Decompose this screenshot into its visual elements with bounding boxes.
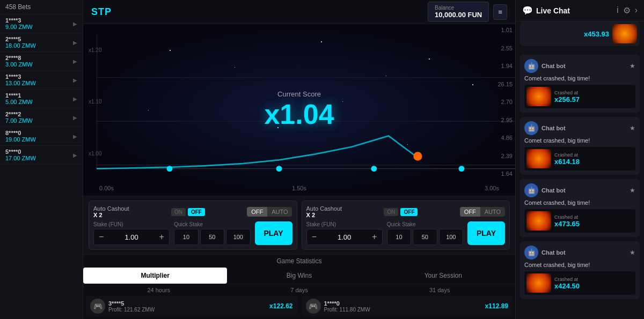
chat-actions[interactable]: i ⚙ › bbox=[617, 5, 638, 16]
bet-item: 1****3 13.00 ZMW ▶ bbox=[0, 71, 83, 90]
stake-input-1[interactable]: − 1.00 + bbox=[93, 229, 170, 245]
stake-minus-2[interactable]: − bbox=[307, 229, 322, 244]
star-icon[interactable]: ★ bbox=[630, 249, 635, 256]
bet-amount: 7.00 ZMW bbox=[5, 117, 73, 124]
bet-arrow-icon: ▶ bbox=[73, 115, 77, 121]
current-score-display: Current Score x1.04 bbox=[264, 90, 334, 130]
tab-big-wins[interactable]: Big Wins bbox=[227, 268, 371, 284]
toggle-on-1[interactable]: ON bbox=[171, 208, 186, 216]
stake-plus-1[interactable]: + bbox=[154, 229, 169, 244]
stats-item-user-2: 1****0 bbox=[324, 300, 485, 307]
crash-info: Crashed at x256.57 bbox=[554, 90, 633, 103]
play-button-1[interactable]: PLAY bbox=[255, 221, 292, 245]
stake-plus-2[interactable]: + bbox=[367, 229, 382, 244]
crash-thumbnail bbox=[526, 273, 551, 293]
chat-msg-text: Comet crashed, big time! bbox=[524, 75, 635, 81]
off-auto-switch-2[interactable]: OFF AUTO bbox=[460, 207, 505, 217]
off-auto-switch-1[interactable]: OFF AUTO bbox=[247, 207, 292, 217]
chevron-right-icon[interactable]: › bbox=[635, 5, 638, 16]
quick-btn-100-1[interactable]: 100 bbox=[226, 229, 250, 245]
balance-area: Balance 10,000.00 FUN ≡ bbox=[428, 2, 507, 22]
star-icon[interactable]: ★ bbox=[630, 62, 635, 70]
chat-avatar: 🤖 bbox=[524, 59, 538, 73]
bet-arrow-icon: ▶ bbox=[73, 21, 77, 27]
chat-crash-box: Crashed at x256.57 bbox=[524, 85, 635, 108]
chat-top-preview: x453.93 bbox=[516, 21, 644, 50]
quick-stake-label-2: Quick Stake bbox=[387, 221, 463, 227]
tab-your-session[interactable]: Your Session bbox=[371, 268, 515, 284]
chat-title: 💬 Live Chat bbox=[522, 5, 570, 16]
chat-msg-header: 🤖 Chat bot ★ bbox=[524, 246, 635, 259]
crash-label: Crashed at bbox=[554, 277, 633, 282]
off-btn-1[interactable]: OFF bbox=[247, 207, 267, 217]
stats-item-avatar-1: 🎮 bbox=[90, 299, 105, 314]
svg-point-8 bbox=[459, 166, 465, 172]
play-button-2[interactable]: PLAY bbox=[467, 221, 505, 245]
y-label-3: 1.94 bbox=[497, 63, 513, 69]
crash-info: Crashed at x473.65 bbox=[554, 214, 633, 228]
quick-btn-100-2[interactable]: 100 bbox=[439, 229, 463, 245]
stats-item-mult-1: x122.62 bbox=[269, 302, 292, 310]
stake-minus-1[interactable]: − bbox=[94, 229, 109, 244]
bet-amount: 5.00 ZMW bbox=[5, 99, 73, 105]
bet-user: 2****2 bbox=[5, 111, 73, 117]
current-score-value: x1.04 bbox=[264, 98, 334, 130]
svg-point-10 bbox=[413, 152, 422, 160]
quick-btn-10-1[interactable]: 10 bbox=[174, 229, 198, 245]
chat-header: 💬 Live Chat i ⚙ › bbox=[516, 0, 644, 21]
stats-area: Game Statistics Multiplier Big Wins Your… bbox=[83, 254, 515, 319]
stats-tabs[interactable]: Multiplier Big Wins Your Session bbox=[83, 268, 515, 284]
toggle-on-2[interactable]: ON bbox=[384, 208, 398, 216]
toggle-off-2[interactable]: OFF bbox=[400, 208, 418, 216]
bets-count: 458 Bets bbox=[5, 3, 31, 11]
y-label-2: 2.55 bbox=[497, 45, 513, 51]
bets-panel: 458 Bets 1****3 9.00 ZMW ▶ 2****5 18.00 … bbox=[0, 0, 83, 319]
bet-arrow-icon: ▶ bbox=[73, 133, 77, 139]
bet-info: 2****5 18.00 ZMW bbox=[5, 36, 73, 49]
bet-amount: 3.00 ZMW bbox=[5, 61, 73, 68]
auto-cashout-label-2: Auto Cashout bbox=[306, 205, 342, 212]
quick-btn-50-1[interactable]: 50 bbox=[200, 229, 224, 245]
off-btn-2[interactable]: OFF bbox=[460, 207, 480, 217]
auto-btn-2[interactable]: AUTO bbox=[480, 207, 505, 217]
on-off-toggle-2[interactable]: ON OFF bbox=[384, 208, 418, 216]
on-off-toggle-1[interactable]: ON OFF bbox=[171, 208, 205, 216]
crash-thumbnail bbox=[526, 149, 551, 168]
quick-btn-10-2[interactable]: 10 bbox=[387, 229, 411, 245]
toggle-off-1[interactable]: OFF bbox=[188, 208, 205, 216]
svg-point-7 bbox=[371, 166, 377, 172]
chat-message: 🤖 Chat bot ★ Comet crashed, big time! Cr… bbox=[520, 179, 640, 237]
y-label-4: 26.15 bbox=[497, 81, 513, 87]
svg-point-6 bbox=[276, 166, 282, 172]
bet-arrow-icon: ▶ bbox=[73, 96, 77, 102]
bet-arrow-icon: ▶ bbox=[73, 40, 77, 46]
crash-value: x424.50 bbox=[554, 282, 633, 290]
star-icon[interactable]: ★ bbox=[630, 187, 635, 194]
control-top-row-1: Auto Cashout X 2 ON OFF OFF AUTO bbox=[93, 205, 292, 218]
tab-multiplier[interactable]: Multiplier bbox=[83, 268, 227, 284]
stats-item-info-2: 1****0 Profit: 111.80 ZMW bbox=[324, 300, 485, 313]
stats-item-mult-2: x112.89 bbox=[485, 302, 508, 310]
menu-button[interactable]: ≡ bbox=[493, 4, 507, 20]
bet-item: 1****3 9.00 ZMW ▶ bbox=[0, 14, 83, 33]
control-top-row-2: Auto Cashout X 2 ON OFF OFF AUTO bbox=[306, 205, 506, 218]
stats-title: Game Statistics bbox=[83, 255, 515, 268]
bet-arrow-icon: ▶ bbox=[73, 152, 77, 158]
control-panel-1: Auto Cashout X 2 ON OFF OFF AUTO Stake (… bbox=[89, 201, 297, 250]
auto-cashout-value-1: X 2 bbox=[93, 212, 129, 218]
stake-input-2[interactable]: − 1.00 + bbox=[306, 229, 383, 245]
stake-label-2: Stake (FUN) bbox=[306, 221, 383, 227]
settings-icon[interactable]: ⚙ bbox=[623, 5, 631, 16]
bet-arrow-icon: ▶ bbox=[73, 58, 77, 64]
info-icon[interactable]: i bbox=[617, 5, 619, 16]
chat-message: 🤖 Chat bot ★ Comet crashed, big time! Cr… bbox=[520, 55, 640, 113]
chat-msg-text: Comet crashed, big time! bbox=[524, 137, 635, 144]
star-icon[interactable]: ★ bbox=[630, 124, 635, 132]
auto-btn-1[interactable]: AUTO bbox=[267, 207, 292, 217]
stake-row-2: Stake (FUN) − 1.00 + Quick Stake 10 50 1… bbox=[306, 221, 506, 245]
stake-row-1: Stake (FUN) − 1.00 + Quick Stake 10 50 1… bbox=[93, 221, 292, 245]
crash-label: Crashed at bbox=[554, 152, 633, 158]
quick-btn-50-2[interactable]: 50 bbox=[413, 229, 437, 245]
chat-username: Chat bot bbox=[541, 125, 566, 131]
chat-message: 🤖 Chat bot ★ Comet crashed, big time! Cr… bbox=[520, 117, 640, 175]
